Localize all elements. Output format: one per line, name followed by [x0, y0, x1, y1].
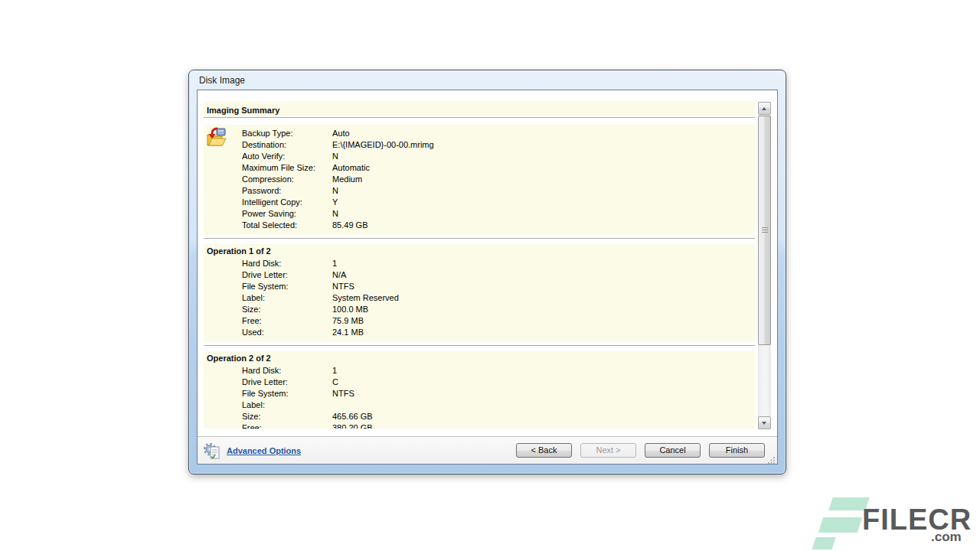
row-value: 1 — [332, 365, 337, 377]
row-value: C — [332, 377, 338, 388]
disk-image-dialog: Disk Image Imaging SummaryBackup Type:Au… — [188, 70, 786, 474]
summary-row: File System:NTFS — [242, 388, 755, 399]
summary-row: Drive Letter:N/A — [242, 269, 755, 281]
row-label: Destination: — [242, 139, 332, 151]
section-title: Operation 2 of 2 — [204, 351, 755, 364]
row-value: 1 — [332, 258, 337, 269]
summary-row: Intelligent Copy:Y — [242, 197, 755, 208]
summary-row: Hard Disk:1 — [242, 258, 755, 269]
row-value: Medium — [332, 174, 362, 185]
summary-row: Backup Type:Auto — [242, 128, 755, 139]
summary-row: Auto Verify:N — [242, 151, 755, 162]
vertical-scrollbar[interactable] — [758, 102, 771, 429]
summary-row: Label:System Reserved — [242, 292, 755, 304]
row-value: 75.9 MB — [332, 315, 364, 327]
summary-row: Password:N — [242, 185, 755, 197]
row-value: NTFS — [332, 281, 354, 292]
summary-row: Compression:Medium — [242, 174, 755, 185]
section-divider — [204, 235, 755, 244]
row-value: E:\{IMAGEID}-00-00.mrimg — [332, 139, 434, 151]
row-label: Drive Letter: — [242, 377, 332, 388]
arrow-down-icon — [762, 422, 766, 425]
row-value: Automatic — [332, 162, 370, 174]
row-label: Drive Letter: — [242, 269, 332, 281]
row-value: 380.20 GB — [332, 422, 373, 429]
row-value: N/A — [332, 269, 346, 281]
summary-row: Used:24.1 MB — [242, 327, 755, 338]
section-rows: Backup Type:AutoDestination:E:\{IMAGEID}… — [204, 125, 755, 235]
row-value: 465.66 GB — [332, 411, 373, 422]
window-title: Disk Image — [199, 75, 245, 86]
row-value: Y — [332, 197, 338, 208]
scrollbar-grip-icon — [762, 227, 768, 233]
summary-row: Free:75.9 MB — [242, 315, 755, 327]
summary-row: File System:NTFS — [242, 281, 755, 292]
section-title: Operation 1 of 2 — [204, 244, 755, 257]
row-label: Maximum File Size: — [242, 162, 332, 174]
resize-grip[interactable] — [767, 454, 776, 462]
row-value: N — [332, 151, 338, 162]
row-label: Total Selected: — [242, 220, 332, 231]
row-value: N — [332, 208, 338, 220]
backup-destination-icon — [207, 127, 227, 148]
row-value: 85.49 GB — [332, 220, 368, 231]
row-value: N — [332, 185, 338, 197]
advanced-options-icon — [204, 442, 220, 460]
cancel-button[interactable]: Cancel — [645, 443, 701, 458]
row-value: 100.0 MB — [332, 304, 368, 315]
scrollbar-thumb[interactable] — [758, 116, 771, 345]
dialog-footer: Advanced Options < Back Next > Cancel Fi… — [198, 436, 777, 464]
section-rows: Hard Disk:1Drive Letter:N/AFile System:N… — [204, 257, 755, 342]
next-button: Next > — [580, 443, 636, 458]
section-divider — [204, 342, 755, 351]
row-label: Free: — [242, 422, 332, 429]
row-label: File System: — [242, 388, 332, 399]
row-label: Hard Disk: — [242, 258, 332, 269]
row-label: Size: — [242, 411, 332, 422]
summary-row: Maximum File Size:Automatic — [242, 162, 755, 174]
summary-row: Size:465.66 GB — [242, 411, 755, 422]
summary-scrollview: Imaging SummaryBackup Type:AutoDestinati… — [204, 101, 771, 429]
row-label: Used: — [242, 327, 332, 338]
row-label: Hard Disk: — [242, 365, 332, 377]
scroll-down-button[interactable] — [758, 416, 771, 429]
summary-row: Drive Letter:C — [242, 377, 755, 388]
summary-row: Free:380.20 GB — [242, 422, 755, 429]
row-label: Auto Verify: — [242, 151, 332, 162]
section-title: Imaging Summary — [204, 101, 755, 116]
row-value: System Reserved — [332, 292, 399, 304]
summary-row: Total Selected:85.49 GB — [242, 220, 755, 231]
scroll-up-button[interactable] — [758, 102, 771, 115]
row-label: File System: — [242, 281, 332, 292]
filecr-logo-icon — [818, 517, 862, 533]
title-bar[interactable]: Disk Image — [189, 70, 786, 90]
arrow-up-icon — [762, 107, 766, 110]
row-label: Size: — [242, 304, 332, 315]
summary-row: Size:100.0 MB — [242, 304, 755, 315]
row-label: Backup Type: — [242, 128, 332, 139]
row-label: Power Saving: — [242, 208, 332, 220]
summary-row: Label: — [242, 399, 755, 411]
summary-row: Hard Disk:1 — [242, 365, 755, 377]
row-label: Compression: — [242, 174, 332, 185]
summary-row: Power Saving:N — [242, 208, 755, 220]
row-value: 24.1 MB — [332, 327, 364, 338]
section-divider — [204, 116, 755, 125]
watermark-suffix: .com — [931, 530, 962, 545]
summary-row: Destination:E:\{IMAGEID}-00-00.mrimg — [242, 139, 755, 151]
advanced-options-label: Advanced Options — [227, 446, 301, 455]
section-rows: Hard Disk:1Drive Letter:CFile System:NTF… — [204, 364, 755, 429]
back-button[interactable]: < Back — [516, 443, 572, 458]
filecr-logo-icon — [812, 537, 835, 549]
row-value: Auto — [332, 128, 350, 139]
dialog-panel: Imaging SummaryBackup Type:AutoDestinati… — [197, 90, 778, 465]
row-label: Label: — [242, 399, 332, 411]
summary-document: Imaging SummaryBackup Type:AutoDestinati… — [204, 101, 755, 429]
row-label: Password: — [242, 185, 332, 197]
row-value: NTFS — [332, 388, 354, 399]
finish-button[interactable]: Finish — [709, 443, 765, 458]
row-label: Free: — [242, 315, 332, 327]
row-label: Intelligent Copy: — [242, 197, 332, 208]
row-label: Label: — [242, 292, 332, 304]
